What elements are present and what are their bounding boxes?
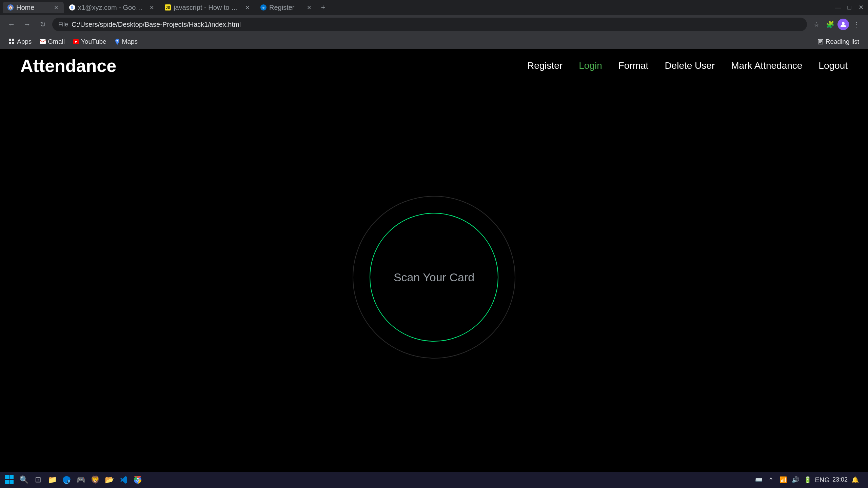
bookmark-maps[interactable]: Maps (111, 36, 141, 47)
maps-icon (115, 39, 120, 45)
bookmark-gmail[interactable]: Gmail (36, 36, 68, 47)
start-button[interactable] (3, 473, 16, 487)
extensions-button[interactable]: 🧩 (824, 18, 836, 30)
back-button[interactable]: ← (5, 18, 18, 30)
url-bar[interactable]: File C:/Users/spide/Desktop/Base-Project… (52, 18, 807, 31)
windows-icon (5, 475, 14, 485)
minimize-button[interactable]: — (833, 3, 842, 12)
url-prefix: File (58, 21, 68, 28)
system-tray-chevron[interactable]: ^ (766, 475, 776, 485)
nav-register[interactable]: Register (527, 60, 563, 71)
tab-title-js: javascript - How to select nth ite (174, 4, 241, 12)
chrome-icon (133, 475, 142, 484)
site-nav: Attendance Register Login Format Delete … (0, 49, 868, 83)
system-tray: ⌨️ ^ 📶 🔊 🔋 ENG 23:02 🔔 (754, 475, 865, 485)
bookmark-youtube[interactable]: YouTube (70, 36, 110, 47)
bookmark-youtube-label: YouTube (81, 38, 106, 45)
tab-bar: 🏠 Home ✕ G x1@xyz.com - Google Search ✕ … (0, 0, 868, 15)
keyboard-icon[interactable]: ⌨️ (754, 475, 764, 485)
tab-home[interactable]: 🏠 Home ✕ (3, 2, 64, 13)
tab-js[interactable]: JS javascript - How to select nth ite ✕ (160, 2, 255, 13)
menu-button[interactable]: ⋮ (850, 18, 863, 30)
tab-title-google: x1@xyz.com - Google Search (78, 4, 146, 12)
svg-rect-5 (40, 39, 46, 44)
svg-rect-4 (12, 42, 14, 44)
new-tab-button[interactable]: + (317, 2, 329, 13)
nav-format[interactable]: Format (618, 60, 649, 71)
edge-button[interactable] (60, 473, 73, 487)
maximize-button[interactable]: □ (845, 3, 854, 12)
url-text: C:/Users/spide/Desktop/Base-Projects/Hac… (72, 21, 801, 28)
bookmarks-bar: Apps Gmail YouTube Maps (0, 34, 868, 49)
window-controls: — □ ✕ (833, 3, 865, 12)
chrome-button[interactable] (131, 473, 144, 487)
taskbar: 🔍 ⊡ 📁 🎮 🦁 📂 ⌨️ ^ 📶 🔊 🔋 ENG 23 (0, 472, 868, 488)
folder-button[interactable]: 📂 (102, 473, 116, 487)
svg-rect-13 (5, 475, 9, 479)
main-area: Scan Your Card (0, 83, 868, 472)
task-view-button[interactable]: ⊡ (31, 473, 45, 487)
search-button[interactable]: 🔍 (17, 473, 31, 487)
bookmark-apps[interactable]: Apps (5, 36, 35, 47)
sound-icon[interactable]: 🔊 (791, 475, 800, 485)
edge-icon (62, 475, 71, 484)
time-display: 23:02 (832, 476, 848, 484)
address-bar-actions: ☆ 🧩 ⋮ (810, 18, 863, 30)
scan-text: Scan Your Card (394, 271, 474, 284)
tab-close-google[interactable]: ✕ (149, 4, 155, 11)
nav-login[interactable]: Login (579, 60, 602, 71)
nav-delete-user[interactable]: Delete User (665, 60, 715, 71)
bookmark-apps-label: Apps (17, 38, 32, 45)
svg-rect-1 (9, 39, 11, 41)
reading-list-label: Reading list (826, 38, 859, 45)
clock-time: 23:02 (832, 476, 848, 484)
svg-rect-16 (9, 480, 14, 484)
nav-logout[interactable]: Logout (818, 60, 848, 71)
vscode-button[interactable] (117, 473, 130, 487)
bookmark-gmail-label: Gmail (48, 38, 65, 45)
tab-favicon-register: e (260, 4, 267, 11)
battery-icon[interactable]: 🔋 (803, 475, 812, 485)
tab-register[interactable]: e Register ✕ (256, 2, 317, 13)
notification-button[interactable]: 🔔 (850, 475, 860, 485)
site-logo: Attendance (20, 56, 116, 76)
bookmark-star-button[interactable]: ☆ (810, 18, 823, 30)
nav-mark-attendance[interactable]: Mark Attnedance (731, 60, 802, 71)
network-icon[interactable]: 📶 (778, 475, 788, 485)
file-explorer-button[interactable]: 📁 (45, 473, 59, 487)
xbox-button[interactable]: 🎮 (74, 473, 87, 487)
apps-icon (9, 39, 15, 45)
tab-favicon-home: 🏠 (7, 4, 14, 11)
tab-close-home[interactable]: ✕ (53, 4, 59, 11)
bookmark-maps-label: Maps (122, 38, 138, 45)
svg-rect-2 (12, 39, 14, 41)
youtube-icon (73, 39, 79, 44)
svg-point-8 (116, 40, 118, 41)
tab-google[interactable]: G x1@xyz.com - Google Search ✕ (64, 2, 159, 13)
nav-links: Register Login Format Delete User Mark A… (527, 60, 848, 71)
gmail-icon (40, 39, 46, 44)
tab-favicon-google: G (69, 4, 75, 11)
tab-close-register[interactable]: ✕ (306, 4, 312, 11)
reading-list-icon (817, 39, 824, 45)
browser-chrome: 🏠 Home ✕ G x1@xyz.com - Google Search ✕ … (0, 0, 868, 49)
tab-close-js[interactable]: ✕ (244, 4, 250, 11)
brave-button[interactable]: 🦁 (88, 473, 102, 487)
svg-point-19 (137, 479, 139, 481)
svg-rect-14 (9, 475, 14, 479)
vscode-icon (119, 475, 128, 484)
reading-list-button[interactable]: Reading list (814, 37, 863, 47)
close-button[interactable]: ✕ (856, 3, 865, 12)
refresh-button[interactable]: ↻ (37, 18, 49, 30)
svg-point-0 (842, 22, 845, 25)
forward-button[interactable]: → (21, 18, 33, 30)
tab-title-home: Home (16, 4, 50, 12)
svg-rect-15 (5, 480, 9, 484)
svg-rect-3 (9, 42, 11, 44)
scanner-container: Scan Your Card (349, 192, 519, 362)
profile-button[interactable] (837, 19, 849, 30)
language-indicator: ENG (815, 476, 830, 484)
tab-title-register: Register (269, 4, 303, 12)
page-content: Attendance Register Login Format Delete … (0, 49, 868, 472)
address-bar: ← → ↻ File C:/Users/spide/Desktop/Base-P… (0, 15, 868, 34)
